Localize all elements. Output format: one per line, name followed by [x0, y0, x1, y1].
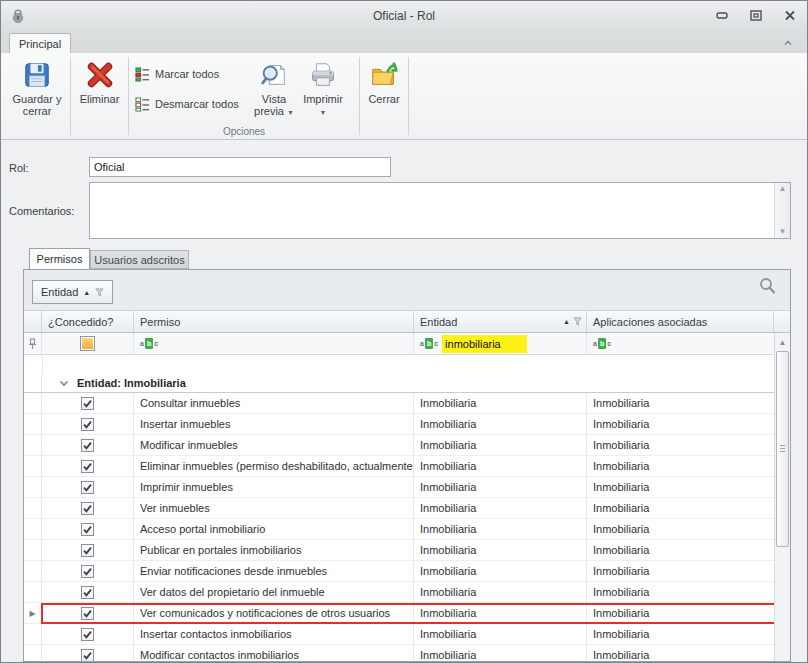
- permiso-cell[interactable]: Eliminar inmuebles (permiso deshabilitad…: [134, 456, 414, 477]
- concedido-cell[interactable]: [42, 435, 134, 456]
- close-form-button[interactable]: Cerrar: [362, 56, 406, 126]
- column-header-permiso[interactable]: Permiso: [134, 311, 414, 332]
- granted-checkbox[interactable]: [81, 628, 94, 641]
- aplicaciones-cell[interactable]: Inmobiliaria: [587, 477, 774, 498]
- granted-checkbox[interactable]: [81, 649, 94, 662]
- aplicaciones-cell[interactable]: Inmobiliaria: [587, 582, 774, 603]
- aplicaciones-cell[interactable]: Inmobiliaria: [587, 624, 774, 645]
- table-row[interactable]: Modificar inmuebles Inmobiliaria Inmobil…: [24, 435, 790, 456]
- concedido-cell[interactable]: [42, 540, 134, 561]
- granted-checkbox[interactable]: [81, 523, 94, 536]
- entidad-cell[interactable]: Inmobiliaria: [414, 645, 587, 661]
- grid-vertical-scrollbar[interactable]: ▲: [774, 333, 790, 661]
- aplicaciones-cell[interactable]: Inmobiliaria: [587, 561, 774, 582]
- permiso-cell[interactable]: Publicar en portales inmobiliarios: [134, 540, 414, 561]
- entidad-cell[interactable]: Inmobiliaria: [414, 456, 587, 477]
- entidad-filter-value[interactable]: inmobiliaria: [442, 335, 527, 353]
- concedido-cell[interactable]: [42, 561, 134, 582]
- granted-checkbox[interactable]: [81, 607, 94, 620]
- close-button[interactable]: [781, 7, 799, 23]
- table-row[interactable]: Ver inmuebles Inmobiliaria Inmobiliaria: [24, 498, 790, 519]
- print-button[interactable]: Imprimir▼: [299, 56, 347, 126]
- tab-permisos[interactable]: Permisos: [29, 248, 90, 269]
- table-row[interactable]: Insertar inmuebles Inmobiliaria Inmobili…: [24, 414, 790, 435]
- search-icon[interactable]: [758, 277, 776, 297]
- permiso-cell[interactable]: Modificar inmuebles: [134, 435, 414, 456]
- concedido-cell[interactable]: [42, 414, 134, 435]
- aplicaciones-cell[interactable]: Inmobiliaria: [587, 540, 774, 561]
- entidad-cell[interactable]: Inmobiliaria: [414, 414, 587, 435]
- table-row[interactable]: Ver datos del propietario del inmueble I…: [24, 582, 790, 603]
- aplicaciones-cell[interactable]: Inmobiliaria: [587, 603, 774, 624]
- granted-checkbox[interactable]: [81, 586, 94, 599]
- scrollbar-thumb[interactable]: [776, 351, 789, 547]
- table-row[interactable]: Insertar contactos inmobiliarios Inmobil…: [24, 624, 790, 645]
- table-row[interactable]: Consultar inmuebles Inmobiliaria Inmobil…: [24, 393, 790, 414]
- group-by-chip-entidad[interactable]: Entidad ▲: [32, 280, 113, 304]
- granted-checkbox[interactable]: [81, 502, 94, 515]
- aplicaciones-cell[interactable]: Inmobiliaria: [587, 519, 774, 540]
- entidad-cell[interactable]: Inmobiliaria: [414, 393, 587, 414]
- filter-checkbox-indeterminate[interactable]: [80, 336, 95, 351]
- filter-aplicaciones-cell[interactable]: abc: [587, 333, 774, 354]
- aplicaciones-cell[interactable]: Inmobiliaria: [587, 645, 774, 661]
- permiso-cell[interactable]: Insertar inmuebles: [134, 414, 414, 435]
- scroll-up-icon[interactable]: ▲: [779, 185, 787, 193]
- ribbon-collapse-icon[interactable]: [783, 37, 793, 49]
- table-row[interactable]: Acceso portal inmobiliario Inmobiliaria …: [24, 519, 790, 540]
- entidad-cell[interactable]: Inmobiliaria: [414, 498, 587, 519]
- print-preview-button[interactable]: Vista previa ▼: [250, 56, 298, 126]
- table-row[interactable]: Modificar contactos inmobiliarios Inmobi…: [24, 645, 790, 661]
- filter-concedido-cell[interactable]: [42, 333, 134, 354]
- aplicaciones-cell[interactable]: Inmobiliaria: [587, 435, 774, 456]
- comments-scrollbar[interactable]: ▲ ▼: [774, 183, 790, 238]
- granted-checkbox[interactable]: [81, 481, 94, 494]
- tab-usuarios-adscritos[interactable]: Usuarios adscritos: [90, 250, 189, 269]
- permiso-cell[interactable]: Acceso portal inmobiliario: [134, 519, 414, 540]
- permiso-cell[interactable]: Ver comunicados y notificaciones de otro…: [134, 603, 414, 624]
- comments-textarea[interactable]: ▲ ▼: [89, 182, 791, 239]
- rol-input[interactable]: [89, 157, 391, 177]
- permiso-cell[interactable]: Modificar contactos inmobiliarios: [134, 645, 414, 661]
- granted-checkbox[interactable]: [81, 544, 94, 557]
- table-row[interactable]: ▶ Ver comunicados y notificaciones de ot…: [24, 603, 790, 624]
- table-row[interactable]: Eliminar inmuebles (permiso deshabilitad…: [24, 456, 790, 477]
- mark-all-button[interactable]: Marcar todos: [135, 63, 219, 85]
- entidad-cell[interactable]: Inmobiliaria: [414, 477, 587, 498]
- scroll-up-icon[interactable]: ▲: [776, 335, 789, 349]
- permiso-cell[interactable]: Enviar notificaciones desde inmuebles: [134, 561, 414, 582]
- aplicaciones-cell[interactable]: Inmobiliaria: [587, 498, 774, 519]
- chevron-down-icon[interactable]: [59, 380, 69, 387]
- granted-checkbox[interactable]: [81, 397, 94, 410]
- save-and-close-button[interactable]: Guardar y cerrar: [7, 56, 67, 126]
- concedido-cell[interactable]: [42, 393, 134, 414]
- concedido-cell[interactable]: [42, 477, 134, 498]
- scroll-down-icon[interactable]: ▼: [779, 228, 787, 236]
- aplicaciones-cell[interactable]: Inmobiliaria: [587, 414, 774, 435]
- entidad-cell[interactable]: Inmobiliaria: [414, 435, 587, 456]
- column-header-aplicaciones[interactable]: Aplicaciones asociadas: [587, 311, 774, 332]
- filter-entidad-cell[interactable]: abc inmobiliaria: [414, 333, 587, 354]
- concedido-cell[interactable]: [42, 645, 134, 661]
- permiso-cell[interactable]: Ver datos del propietario del inmueble: [134, 582, 414, 603]
- granted-checkbox[interactable]: [81, 565, 94, 578]
- aplicaciones-cell[interactable]: Inmobiliaria: [587, 456, 774, 477]
- column-header-concedido[interactable]: ¿Concedido?: [42, 311, 134, 332]
- table-row[interactable]: Publicar en portales inmobiliarios Inmob…: [24, 540, 790, 561]
- granted-checkbox[interactable]: [81, 460, 94, 473]
- granted-checkbox[interactable]: [81, 439, 94, 452]
- filter-permiso-cell[interactable]: abc: [134, 333, 414, 354]
- unmark-all-button[interactable]: Desmarcar todos: [135, 93, 239, 115]
- entidad-cell[interactable]: Inmobiliaria: [414, 624, 587, 645]
- table-row[interactable]: Imprimir inmuebles Inmobiliaria Inmobili…: [24, 477, 790, 498]
- concedido-cell[interactable]: [42, 519, 134, 540]
- entidad-cell[interactable]: Inmobiliaria: [414, 603, 587, 624]
- column-header-entidad[interactable]: Entidad ▲: [414, 311, 587, 332]
- group-row-entidad-inmobiliaria[interactable]: Entidad: Inmobiliaria: [24, 374, 774, 393]
- minimize-button[interactable]: [713, 7, 731, 23]
- permiso-cell[interactable]: Imprimir inmuebles: [134, 477, 414, 498]
- aplicaciones-cell[interactable]: Inmobiliaria: [587, 393, 774, 414]
- concedido-cell[interactable]: [42, 624, 134, 645]
- granted-checkbox[interactable]: [81, 418, 94, 431]
- concedido-cell[interactable]: [42, 498, 134, 519]
